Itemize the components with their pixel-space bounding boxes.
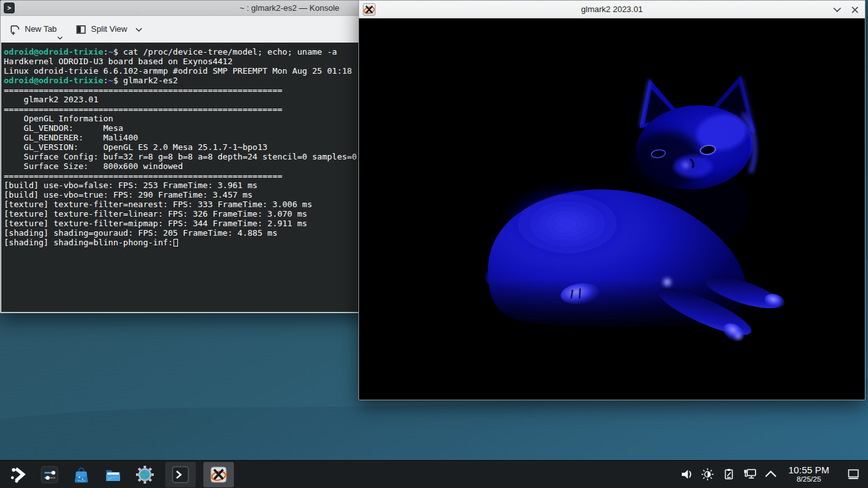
glmark2-render-area [360, 18, 864, 399]
settings-sliders-icon [41, 466, 58, 484]
terminal-text: Surface Size: 800x600 windowed [4, 161, 183, 171]
terminal-text: GL_VENDOR: Mesa [4, 123, 123, 133]
clipboard-icon [722, 468, 735, 480]
terminal-text: odroid@odroid-trixie [4, 76, 104, 85]
task-button-konsole[interactable] [165, 462, 196, 487]
terminal-text: GL_VERSION: OpenGL ES 2.0 Mesa 25.1.7-1~… [4, 142, 268, 152]
discover-icon [72, 466, 90, 484]
terminal-text: OpenGL Information [4, 114, 113, 123]
glmark2-window-title: glmark2 2023.01 [359, 4, 865, 14]
terminal-text: ========================================… [4, 171, 282, 180]
clock-time: 10:55 PM [789, 465, 829, 476]
network-button[interactable] [743, 467, 757, 481]
terminal-text: $ glmark2-es2 [113, 76, 178, 85]
terminal-text: [build] use-vbo=false: FPS: 253 FrameTim… [4, 180, 257, 190]
terminal-text: [texture] texture-filter=mipmap: FPS: 34… [4, 219, 307, 228]
split-view-icon [76, 24, 86, 35]
new-tab-label: New Tab [25, 24, 57, 34]
new-tab-icon [10, 24, 20, 35]
task-button-glmark2[interactable] [203, 462, 234, 487]
terminal-text: [shading] shading=blinn-phong-inf: [4, 238, 173, 247]
minimize-icon[interactable] [833, 7, 841, 13]
show-desktop-icon [847, 468, 860, 480]
terminal-text: Surface Config: buf=32 r=8 g=8 b=8 a=8 d… [4, 152, 357, 161]
glmark2-window: glmark2 2023.01 [358, 0, 865, 400]
plasma-launcher-icon [8, 465, 27, 484]
terminal-cursor [173, 239, 178, 247]
clock-date: 8/25/25 [789, 475, 829, 484]
xorg-icon [363, 3, 376, 16]
konsole-icon [172, 466, 189, 484]
terminal-text: GL_RENDERER: Mali400 [4, 133, 138, 142]
cat-model [471, 70, 801, 369]
clipboard-button[interactable] [722, 467, 736, 481]
terminal-text: ========================================… [4, 104, 282, 114]
brightness-icon [701, 468, 714, 481]
system-settings-gear-icon [135, 465, 154, 484]
show-desktop-button[interactable] [845, 466, 862, 482]
terminal-text: $ cat /proc/device-tree/model; echo; una… [113, 47, 337, 57]
glmark2-titlebar[interactable]: glmark2 2023.01 [359, 1, 865, 18]
application-launcher-button[interactable] [5, 462, 31, 487]
discover-button[interactable] [69, 462, 94, 487]
xorg-icon [210, 466, 227, 484]
konsole-app-icon: > [4, 3, 15, 13]
expand-tray-button[interactable] [764, 467, 778, 481]
taskbar: 10:55 PM 8/25/25 [0, 460, 868, 488]
terminal-text: [texture] texture-filter=linear: FPS: 32… [4, 209, 307, 219]
brightness-button[interactable] [701, 467, 715, 481]
chevron-up-icon [764, 470, 777, 478]
close-icon[interactable] [851, 6, 858, 13]
network-wired-icon [743, 467, 757, 481]
terminal-text: [texture] texture-filter=nearest: FPS: 3… [4, 200, 312, 209]
chevron-down-icon [135, 27, 142, 32]
terminal-text: [shading] shading=gouraud: FPS: 205 Fram… [4, 228, 277, 238]
system-tray: 10:55 PM 8/25/25 [680, 465, 868, 484]
split-view-label: Split View [91, 24, 127, 34]
terminal-text: Hardkernel ODROID-U3 board based on Exyn… [4, 57, 233, 66]
volume-button[interactable] [680, 467, 694, 481]
chevron-down-icon [57, 36, 63, 40]
system-settings-button[interactable] [132, 462, 158, 487]
volume-icon [680, 468, 693, 481]
terminal-text: glmark2 2023.01 [4, 95, 98, 104]
terminal-text: Linux odroid-trixie 6.6.102-armmp #odroi… [4, 66, 352, 76]
file-manager-button[interactable] [100, 462, 126, 487]
new-tab-button[interactable]: New Tab [8, 22, 58, 37]
terminal-text: ========================================… [4, 85, 282, 95]
system-monitor-button[interactable] [37, 462, 62, 487]
file-manager-folder-icon [104, 466, 122, 484]
taskbar-launchers [0, 462, 234, 487]
terminal-text: [build] use-vbo=true: FPS: 290 FrameTime… [4, 190, 252, 200]
terminal-text: odroid@odroid-trixie [4, 47, 104, 57]
split-view-button[interactable]: Split View [74, 22, 144, 37]
digital-clock[interactable]: 10:55 PM 8/25/25 [789, 465, 829, 484]
